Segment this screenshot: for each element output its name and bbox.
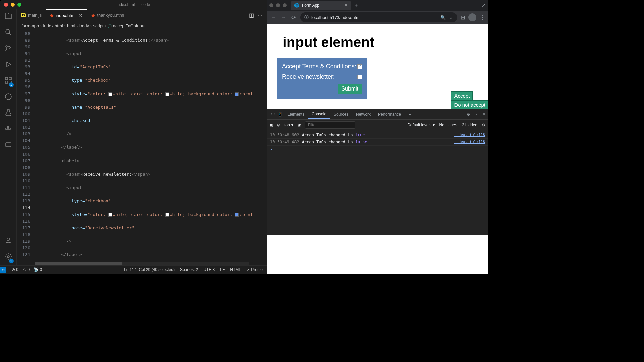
editor-tabs: JSmain.js ◆index.html✕ ◆thankyou.html ◫ … <box>17 9 267 21</box>
live-expression-icon[interactable]: ◉ <box>298 123 301 127</box>
console-settings-icon[interactable]: ⚙ <box>482 123 486 127</box>
tab-elements[interactable]: Elements <box>284 110 308 119</box>
browser-tabstrip: 🌐 Form App ✕ + ⤢ <box>267 0 488 11</box>
zoom-icon[interactable]: 🔍 <box>440 15 446 20</box>
close-icon[interactable]: ✕ <box>344 3 348 8</box>
console-log-row: 10:50:48.602 AcceptTaCs changed to true … <box>267 132 488 139</box>
reload-button[interactable]: ⟳ <box>290 14 297 21</box>
formatter-status[interactable]: ✓ Prettier <box>247 267 264 272</box>
source-control-icon[interactable] <box>4 44 12 54</box>
code-editor[interactable]: 8889909192939495969798991001011021031041… <box>17 30 267 262</box>
remote-icon[interactable] <box>4 93 12 102</box>
log-source-link[interactable]: index.html:118 <box>454 140 485 144</box>
svg-rect-10 <box>7 128 9 129</box>
do-not-accept-button[interactable]: Do not accept <box>451 100 488 109</box>
issues-status[interactable]: No Issues <box>439 123 457 127</box>
code-content[interactable]: <span>Accept Terms & Conditions:</span> … <box>35 30 267 262</box>
context-selector[interactable]: top ▾ <box>284 123 293 127</box>
extensions-icon[interactable]: ⊞ <box>461 14 465 21</box>
eol-status[interactable]: LF <box>220 267 225 272</box>
explorer-icon[interactable] <box>4 12 12 21</box>
settings-icon[interactable]: 1 <box>4 253 12 262</box>
crumb[interactable]: form-app <box>21 23 39 28</box>
language-status[interactable]: HTML <box>230 267 241 272</box>
devtools-settings-icon[interactable]: ⚙ <box>467 112 470 117</box>
remote-indicator[interactable]: ⎘ <box>0 267 6 273</box>
run-debug-icon[interactable] <box>4 60 12 70</box>
editor-area: JSmain.js ◆index.html✕ ◆thankyou.html ◫ … <box>17 9 267 265</box>
svg-point-2 <box>6 50 7 51</box>
tab-main-js[interactable]: JSmain.js <box>17 9 46 21</box>
back-button[interactable]: ← <box>270 14 277 21</box>
crumb[interactable]: acceptTaCsInput <box>113 23 146 28</box>
minimize-window-button[interactable] <box>276 3 280 7</box>
search-icon[interactable] <box>4 28 12 38</box>
more-tabs-icon[interactable]: » <box>405 110 414 119</box>
devtools-panel: ⬚ 📱 Elements Console Sources Network Per… <box>267 109 488 235</box>
tab-thankyou-html[interactable]: ◆thankyou.html <box>87 9 128 21</box>
console-prompt[interactable]: › <box>267 146 488 153</box>
newsletter-checkbox[interactable] <box>357 75 362 79</box>
close-icon[interactable]: ✕ <box>77 13 83 18</box>
bookmark-icon[interactable]: ☆ <box>449 15 453 20</box>
tab-performance[interactable]: Performance <box>375 110 405 119</box>
log-source-link[interactable]: index.html:118 <box>454 133 485 137</box>
tab-sources[interactable]: Sources <box>330 110 352 119</box>
more-actions-icon[interactable]: ⋯ <box>257 12 263 18</box>
forward-button[interactable]: → <box>280 14 287 21</box>
device-toggle-icon[interactable]: 📱 <box>277 111 283 118</box>
warnings-count[interactable]: ⚠ 0 <box>22 267 30 272</box>
accept-button[interactable]: Accept <box>451 91 473 100</box>
submit-button[interactable]: Submit <box>338 84 362 94</box>
crumb[interactable]: index.html <box>43 23 63 28</box>
sidebar-toggle-icon[interactable]: ▣ <box>269 123 273 127</box>
crumb[interactable]: html <box>67 23 75 28</box>
errors-count[interactable]: ⊘ 0 <box>12 267 18 272</box>
tab-index-html[interactable]: ◆index.html✕ <box>46 9 87 21</box>
minimize-window-button[interactable] <box>11 3 15 7</box>
filter-input[interactable] <box>305 121 355 129</box>
address-bar[interactable]: ⓘ localhost:5173/index.html 🔍 ☆ <box>300 12 457 22</box>
maximize-window-button[interactable] <box>17 3 21 7</box>
hidden-count[interactable]: 2 hidden <box>462 123 477 127</box>
close-window-button[interactable] <box>269 3 273 7</box>
cursor-position[interactable]: Ln 114, Col 29 (40 selected) <box>124 267 175 272</box>
accept-terms-checkbox[interactable]: ✓ <box>357 64 362 69</box>
close-window-button[interactable] <box>4 3 8 7</box>
testing-icon[interactable] <box>4 109 12 118</box>
crumb[interactable]: body <box>79 23 89 28</box>
globe-icon: 🌐 <box>294 3 299 8</box>
console-output[interactable]: 10:50:48.602 AcceptTaCs changed to true … <box>267 130 488 235</box>
tab-console[interactable]: Console <box>308 110 330 119</box>
encoding-status[interactable]: UTF-8 <box>203 267 215 272</box>
clear-console-icon[interactable]: ⊘ <box>277 123 280 127</box>
port-status[interactable]: 📡 0 <box>34 267 42 272</box>
menu-icon[interactable]: ⋮ <box>480 14 485 21</box>
extensions-icon[interactable]: 1 <box>4 76 12 86</box>
new-tab-button[interactable]: + <box>355 2 358 8</box>
html-file-icon: ◆ <box>91 13 95 18</box>
log-levels-selector[interactable]: Default levels ▾ <box>407 123 434 127</box>
browser-tab[interactable]: 🌐 Form App ✕ <box>291 1 351 10</box>
chevron-down-icon: ▾ <box>291 123 293 127</box>
indent-status[interactable]: Spaces: 2 <box>180 267 198 272</box>
split-editor-icon[interactable]: ◫ <box>249 12 254 18</box>
profile-avatar[interactable] <box>468 13 476 21</box>
horizontal-scrollbar[interactable] <box>35 262 249 265</box>
inspect-element-icon[interactable]: ⬚ <box>269 111 276 118</box>
tab-network[interactable]: Network <box>353 110 374 119</box>
accounts-icon[interactable] <box>4 237 12 246</box>
maximize-window-button[interactable] <box>283 3 287 7</box>
site-info-icon[interactable]: ⓘ <box>304 14 309 20</box>
browser-toolbar: ← → ⟳ ⓘ localhost:5173/index.html 🔍 ☆ ⊞ … <box>267 11 488 24</box>
devtools-tabs: ⬚ 📱 Elements Console Sources Network Per… <box>267 109 488 120</box>
breadcrumbs[interactable]: form-app› index.html› html› body› script… <box>17 21 267 30</box>
docker-icon[interactable] <box>4 125 12 134</box>
devtools-menu-icon[interactable]: ⋮ <box>474 112 478 117</box>
newsletter-label: Receive newsletter: <box>282 73 335 80</box>
live-share-icon[interactable] <box>4 141 12 150</box>
expand-icon[interactable]: ⤢ <box>481 2 486 9</box>
tab-label: main.js <box>28 13 42 18</box>
crumb[interactable]: script <box>93 23 103 28</box>
devtools-close-icon[interactable]: ✕ <box>482 112 486 117</box>
